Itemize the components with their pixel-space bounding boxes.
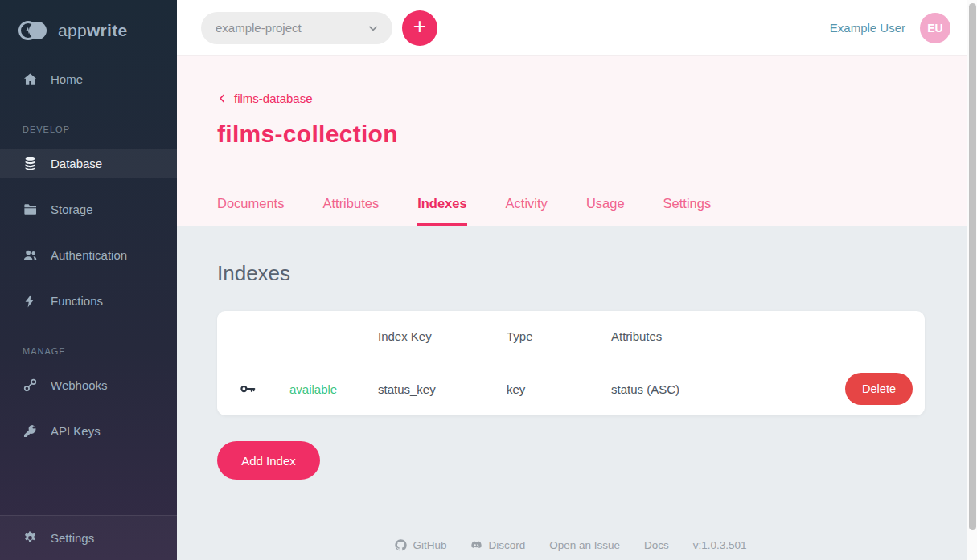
footer: GitHub Discord Open an Issue Docs v:1.0.… bbox=[217, 539, 925, 560]
table-row: available status_key key status (ASC) De… bbox=[217, 362, 925, 415]
delete-index-button[interactable]: Delete bbox=[845, 373, 913, 405]
index-status: available bbox=[277, 382, 378, 396]
index-key-icon bbox=[239, 380, 257, 398]
appwrite-logo-icon bbox=[18, 19, 50, 42]
column-header-type: Type bbox=[507, 329, 611, 343]
link-icon bbox=[23, 378, 38, 393]
footer-link-docs[interactable]: Docs bbox=[644, 539, 669, 551]
tab-documents[interactable]: Documents bbox=[217, 196, 284, 226]
home-icon bbox=[23, 72, 38, 87]
footer-link-label: Docs bbox=[644, 539, 669, 551]
sidebar-item-storage[interactable]: Storage bbox=[0, 194, 177, 223]
sidebar-nav: Home DEVELOP Database Storage bbox=[0, 64, 177, 515]
project-selector[interactable]: example-project bbox=[201, 12, 392, 44]
column-header-index-key: Index Key bbox=[378, 329, 507, 343]
index-type-value: key bbox=[507, 382, 611, 396]
github-icon bbox=[395, 539, 407, 551]
footer-link-label: GitHub bbox=[413, 539, 446, 551]
sidebar-item-functions[interactable]: Functions bbox=[0, 286, 177, 315]
tab-bar: Documents Attributes Indexes Activity Us… bbox=[217, 196, 925, 226]
footer-link-open-issue[interactable]: Open an Issue bbox=[549, 539, 620, 551]
sidebar-item-label: Webhooks bbox=[51, 378, 108, 392]
sidebar-item-webhooks[interactable]: Webhooks bbox=[0, 370, 177, 399]
content-column: example-project + Example User EU films-… bbox=[177, 0, 967, 560]
project-selector-value: example-project bbox=[216, 21, 302, 35]
sidebar-item-label: Database bbox=[51, 157, 102, 170]
add-index-button[interactable]: Add Index bbox=[217, 441, 320, 480]
sidebar-item-label: Storage bbox=[51, 202, 93, 216]
sidebar-item-api-keys[interactable]: API Keys bbox=[0, 416, 177, 445]
column-header-attributes: Attributes bbox=[611, 329, 828, 343]
tab-usage[interactable]: Usage bbox=[586, 196, 625, 226]
gear-icon bbox=[23, 530, 38, 546]
index-key-value: status_key bbox=[378, 382, 507, 396]
appwrite-logo[interactable]: appwrite bbox=[0, 0, 177, 42]
sidebar: appwrite Home DEVELOP Database bbox=[0, 0, 177, 560]
table-header-row: Index Key Type Attributes bbox=[217, 311, 925, 362]
avatar[interactable]: EU bbox=[920, 13, 950, 43]
tab-indexes[interactable]: Indexes bbox=[417, 196, 466, 226]
scrollbar-thumb[interactable] bbox=[969, 3, 976, 530]
footer-link-github[interactable]: GitHub bbox=[395, 539, 446, 551]
sidebar-item-label: Functions bbox=[51, 294, 103, 308]
sidebar-item-label: Settings bbox=[51, 531, 94, 545]
sidebar-item-label: Home bbox=[51, 72, 83, 86]
users-icon bbox=[23, 247, 38, 263]
sidebar-item-home[interactable]: Home bbox=[0, 64, 177, 93]
section-heading: Indexes bbox=[217, 261, 925, 286]
tab-settings[interactable]: Settings bbox=[663, 196, 712, 226]
chevron-down-icon bbox=[367, 22, 380, 35]
footer-link-label: Open an Issue bbox=[549, 539, 620, 551]
topbar: example-project + Example User EU bbox=[177, 0, 967, 56]
bolt-icon bbox=[23, 293, 38, 309]
sidebar-section-manage: MANAGE bbox=[0, 346, 177, 356]
database-icon bbox=[23, 156, 38, 171]
index-attributes-value: status (ASC) bbox=[611, 382, 828, 396]
breadcrumb[interactable]: films-database bbox=[217, 92, 313, 105]
page-header: films-database films-collection Document… bbox=[177, 56, 967, 226]
tab-activity[interactable]: Activity bbox=[506, 196, 548, 226]
folder-icon bbox=[23, 202, 38, 217]
main-content: Indexes Index Key Type Attributes availa… bbox=[177, 226, 967, 560]
sidebar-item-database[interactable]: Database bbox=[0, 149, 177, 178]
version-label: v:1.0.3.501 bbox=[693, 539, 747, 551]
chevron-left-icon bbox=[217, 93, 228, 104]
sidebar-item-authentication[interactable]: Authentication bbox=[0, 240, 177, 269]
user-menu-link[interactable]: Example User bbox=[830, 21, 905, 35]
create-project-button[interactable]: + bbox=[402, 10, 437, 46]
breadcrumb-label: films-database bbox=[234, 92, 313, 105]
plus-icon: + bbox=[413, 10, 426, 43]
sidebar-item-settings[interactable]: Settings bbox=[0, 515, 177, 560]
sidebar-section-develop: DEVELOP bbox=[0, 125, 177, 134]
appwrite-logo-text: appwrite bbox=[58, 21, 127, 40]
footer-link-label: Discord bbox=[488, 539, 525, 551]
sidebar-item-label: API Keys bbox=[51, 424, 101, 438]
indexes-table: Index Key Type Attributes available stat… bbox=[217, 311, 925, 415]
avatar-initials: EU bbox=[927, 22, 942, 35]
tab-attributes[interactable]: Attributes bbox=[322, 196, 379, 226]
sidebar-item-label: Authentication bbox=[51, 248, 127, 262]
vertical-scrollbar[interactable] bbox=[967, 0, 977, 560]
key-icon bbox=[23, 423, 38, 439]
footer-link-discord[interactable]: Discord bbox=[470, 539, 525, 551]
page-title: films-collection bbox=[217, 121, 925, 148]
discord-icon bbox=[470, 539, 482, 551]
